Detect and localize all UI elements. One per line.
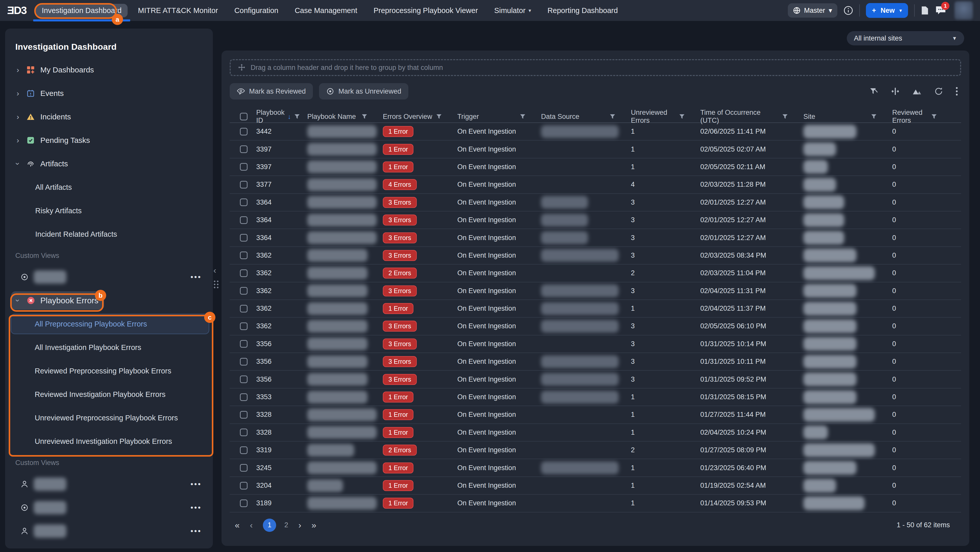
row-checkbox[interactable] (240, 393, 248, 401)
page-button[interactable]: 2 (284, 521, 288, 529)
row-checkbox[interactable] (240, 500, 248, 507)
mark-as-reviewed-button[interactable]: Mark as Reviewed (230, 83, 313, 100)
nav-tab-simulator[interactable]: Simulator▾ (488, 4, 538, 17)
error-count-badge[interactable]: 1 Error (383, 480, 414, 491)
info-icon[interactable] (843, 6, 853, 15)
chevron-right-icon[interactable]: › (14, 113, 21, 121)
column-header-data-source[interactable]: Data Source (535, 113, 625, 121)
table-row[interactable]: 32041 ErrorOn Event Ingestion101/19/2025… (230, 477, 961, 495)
sidebar-item-pending-tasks[interactable]: ›Pending Tasks (5, 128, 213, 152)
filter-icon[interactable] (436, 114, 442, 120)
table-row[interactable]: 33281 ErrorOn Event Ingestion101/27/2025… (230, 406, 961, 424)
error-count-badge[interactable]: 3 Errors (383, 232, 417, 243)
column-header-errors-overview[interactable]: Errors Overview (377, 113, 451, 121)
table-row[interactable]: 33622 ErrorsOn Event Ingestion202/03/202… (230, 265, 961, 282)
table-row[interactable]: 33643 ErrorsOn Event Ingestion302/01/202… (230, 229, 961, 247)
sort-triangles-icon[interactable] (912, 87, 922, 95)
filter-icon[interactable] (679, 114, 685, 120)
sidebar-item-my-dashboards[interactable]: ›My Dashboards (5, 58, 213, 82)
error-count-badge[interactable]: 4 Errors (383, 179, 417, 190)
error-count-badge[interactable]: 3 Errors (383, 214, 417, 225)
row-checkbox[interactable] (240, 322, 248, 330)
chevron-right-icon[interactable]: › (14, 136, 21, 144)
custom-view-item[interactable]: ••• (5, 496, 213, 519)
table-row[interactable]: 33531 ErrorOn Event Ingestion101/31/2025… (230, 389, 961, 406)
error-count-badge[interactable]: 2 Errors (383, 445, 417, 455)
column-header-trigger[interactable]: Trigger (451, 113, 535, 121)
filter-icon[interactable] (609, 114, 616, 120)
table-row[interactable]: 33623 ErrorsOn Event Ingestion302/05/202… (230, 317, 961, 335)
nav-tab-configuration[interactable]: Configuration (228, 4, 285, 17)
row-checkbox[interactable] (240, 234, 248, 241)
table-row[interactable]: 33563 ErrorsOn Event Ingestion301/31/202… (230, 371, 961, 388)
sidebar-item-incident-related-artifacts[interactable]: Incident Related Artifacts (5, 222, 213, 246)
next-page-button[interactable]: › (298, 520, 301, 530)
table-row[interactable]: 33563 ErrorsOn Event Ingestion301/31/202… (230, 335, 961, 353)
filter-icon[interactable] (294, 114, 300, 120)
more-options-icon[interactable]: ••• (190, 480, 202, 489)
nav-tab-investigation-dashboard[interactable]: Investigation Dashboard (36, 4, 128, 17)
row-checkbox[interactable] (240, 252, 248, 259)
row-checkbox[interactable] (240, 358, 248, 366)
nav-tab-mitre-att-ck-monitor[interactable]: MITRE ATT&CK Monitor (132, 4, 224, 17)
table-row[interactable]: 32451 ErrorOn Event Ingestion101/23/2025… (230, 459, 961, 477)
error-count-badge[interactable]: 1 Error (383, 427, 414, 438)
row-checkbox[interactable] (240, 376, 248, 383)
error-count-badge[interactable]: 3 Errors (383, 338, 417, 349)
column-header-site[interactable]: Site (797, 113, 886, 121)
table-row[interactable]: 33623 ErrorsOn Event Ingestion302/03/202… (230, 247, 961, 265)
sidebar-item-playbook-errors[interactable]: ›Playbook Errors (5, 289, 213, 312)
more-options-icon[interactable] (956, 87, 958, 96)
error-count-badge[interactable]: 1 Error (383, 303, 414, 314)
table-row[interactable]: 34421 ErrorOn Event Ingestion102/06/2025… (230, 123, 961, 141)
more-options-icon[interactable]: ••• (190, 527, 202, 535)
error-count-badge[interactable]: 1 Error (383, 392, 414, 403)
error-count-badge[interactable]: 3 Errors (383, 250, 417, 261)
row-checkbox[interactable] (240, 216, 248, 224)
filter-icon[interactable] (520, 114, 526, 120)
sidebar-item-incidents[interactable]: ›Incidents (5, 105, 213, 128)
mark-as-unreviewed-button[interactable]: Mark as Unreviewed (319, 83, 408, 100)
sidebar-item-all-investigation-playbook-errors[interactable]: All Investigation Playbook Errors (5, 336, 213, 359)
sidebar-item-all-artifacts[interactable]: All Artifacts (5, 176, 213, 199)
sidebar-item-events[interactable]: ›Events (5, 82, 213, 105)
error-count-badge[interactable]: 1 Error (383, 462, 414, 473)
sidebar-collapse-icon[interactable]: ‹ (213, 265, 216, 275)
previous-page-button[interactable]: ‹ (250, 520, 253, 530)
column-header-unreviewed-errors[interactable]: Unreviewed Errors (625, 109, 694, 124)
error-count-badge[interactable]: 3 Errors (383, 374, 417, 385)
row-checkbox[interactable] (240, 287, 248, 295)
error-count-badge[interactable]: 1 Error (383, 409, 414, 420)
custom-view-item[interactable]: ••• (5, 519, 213, 543)
page-button-current[interactable]: 1 (263, 519, 276, 532)
row-checkbox[interactable] (240, 446, 248, 454)
more-options-icon[interactable]: ••• (190, 503, 202, 512)
chevron-right-icon[interactable]: › (14, 89, 21, 98)
table-row[interactable]: 31891 ErrorOn Event Ingestion101/14/2025… (230, 495, 961, 512)
sidebar-item-artifacts[interactable]: ›Artifacts (5, 152, 213, 176)
table-row[interactable]: 33623 ErrorsOn Event Ingestion302/04/202… (230, 282, 961, 300)
row-checkbox[interactable] (240, 428, 248, 436)
table-row[interactable]: 33643 ErrorsOn Event Ingestion302/01/202… (230, 194, 961, 211)
error-count-badge[interactable]: 3 Errors (383, 197, 417, 208)
more-options-icon[interactable]: ••• (190, 273, 202, 281)
row-checkbox[interactable] (240, 270, 248, 277)
table-row[interactable]: 33192 ErrorsOn Event Ingestion201/27/202… (230, 441, 961, 459)
error-count-badge[interactable]: 3 Errors (383, 286, 417, 297)
error-count-badge[interactable]: 3 Errors (383, 320, 417, 332)
sidebar-resize-handle[interactable] (214, 281, 218, 288)
error-count-badge[interactable]: 1 Error (383, 162, 414, 173)
chat-icon[interactable]: 1 (935, 5, 946, 16)
sidebar-item-risky-artifacts[interactable]: Risky Artifacts (5, 199, 213, 222)
filter-icon[interactable] (931, 114, 937, 120)
error-count-badge[interactable]: 1 Error (383, 126, 414, 137)
chevron-down-icon[interactable]: › (14, 160, 22, 167)
row-checkbox[interactable] (240, 128, 248, 135)
error-count-badge[interactable]: 3 Errors (383, 356, 417, 367)
sidebar-item-reviewed-investigation-playbook-errors[interactable]: Reviewed Investigation Playbook Errors (5, 382, 213, 406)
row-checkbox[interactable] (240, 482, 248, 490)
table-row[interactable]: 33971 ErrorOn Event Ingestion102/05/2025… (230, 159, 961, 176)
column-header-playbook-name[interactable]: Playbook Name (301, 113, 377, 121)
clear-filters-icon[interactable] (869, 87, 878, 96)
custom-view-item[interactable]: ••• (5, 265, 213, 289)
